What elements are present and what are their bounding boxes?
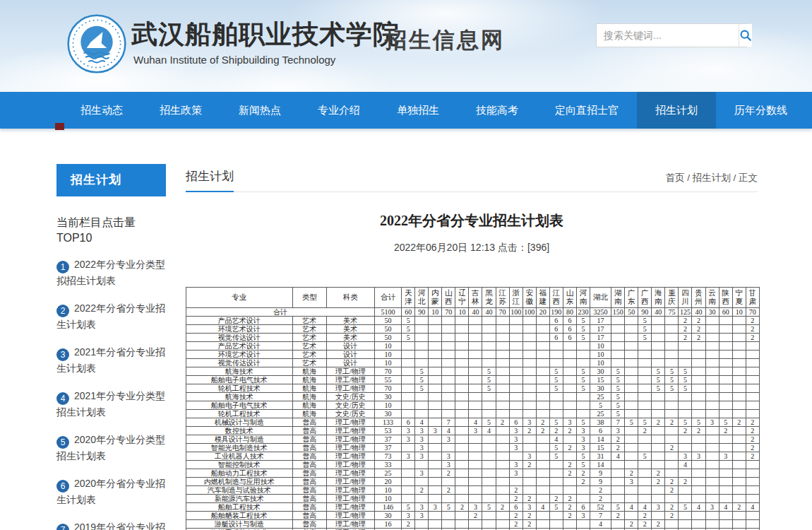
rank-badge: 1 xyxy=(56,261,69,273)
table-row: 环境艺术设计艺术设计1010 xyxy=(186,351,760,359)
sidebar-top10-item[interactable]: 72019年分省分专业招生计划表 xyxy=(56,520,166,530)
table-row: 内燃机制造与应用技术普高理工/物理20293222 xyxy=(186,478,760,486)
table-row: 数控技术普高理工/物理533334343222236322222 xyxy=(186,427,760,435)
rank-badge: 2 xyxy=(56,305,69,317)
sidebar-top10-item[interactable]: 62020年分省分专业招生计划表 xyxy=(56,476,166,508)
table-row: 产品艺术设计艺术设计1010 xyxy=(186,342,760,351)
table-row: 工业机器人技术普高理工/物理7333335531453332 xyxy=(186,452,760,461)
table-total-row: 合计51006090107010404070100100201908023032… xyxy=(186,308,760,317)
sidebar-top10-item[interactable]: 52020年分专业分类型招生计划表 xyxy=(56,432,166,464)
nav-corner-marker xyxy=(55,123,64,130)
table-row: 新能源汽车技术普高理工/物理1022222 xyxy=(186,495,760,503)
table-row: 模具设计与制造普高理工/物理373333431422 xyxy=(186,435,760,444)
top10-heading: 当前栏目点击量 TOP10 xyxy=(56,215,166,245)
sidebar-item-label: 2019年分省分专业招生计划表 xyxy=(56,522,165,530)
top10-list: 12022年分专业分类型拟招生计划表22022年分省分专业招生计划表32021年… xyxy=(56,257,166,530)
sidebar-top10-item[interactable]: 12022年分专业分类型拟招生计划表 xyxy=(56,257,166,289)
school-logo-icon[interactable] xyxy=(67,14,126,73)
nav-item-5[interactable]: 单独招生 xyxy=(378,92,458,129)
rank-badge: 3 xyxy=(56,348,69,361)
search-input[interactable] xyxy=(597,24,739,47)
table-row: 船舶舾装工程技术普高理工/物理3033222237222 xyxy=(186,512,760,520)
sidebar-item-label: 2022年分专业分类型拟招生计划表 xyxy=(56,259,165,286)
school-name-cn: 武汉船舶职业技术学院 xyxy=(131,17,400,52)
table-row: 船舶动力工程技术普高理工/物理2532322922 xyxy=(186,469,760,478)
search-box xyxy=(596,23,747,47)
page: 武汉船舶职业技术学院 Wuhan Institute of Shipbuildi… xyxy=(0,0,812,530)
sidebar-item-label: 2021年分专业分类型招生计划表 xyxy=(56,390,165,418)
rank-badge: 4 xyxy=(56,392,69,405)
table-row: 视觉传达设计艺术美术505665175222 xyxy=(186,334,760,342)
nav-item-7[interactable]: 定向直招士官 xyxy=(537,92,637,129)
table-row: 游艇设计与制造普高理工/物理162224222 xyxy=(186,520,760,529)
sidebar-item-label: 2020年分省分专业招生计划表 xyxy=(56,478,165,505)
nav-item-9[interactable]: 历年分数线 xyxy=(716,92,806,129)
table-row: 汽车制造与试验技术普高理工/物理1022222 xyxy=(186,486,760,495)
sidebar-section-header[interactable]: 招生计划 xyxy=(56,164,166,196)
table-row: 智能控制技术普高理工/物理3333225144 xyxy=(186,461,760,469)
nav-item-2[interactable]: 招生政策 xyxy=(141,92,220,129)
school-name-en: Wuhan Institute of Shipbuilding Technolo… xyxy=(133,54,335,66)
table-row: 机械设计与制造普高理工/物理13364745263253538755225535… xyxy=(186,418,760,427)
nav-item-6[interactable]: 技能高考 xyxy=(458,92,537,129)
table-header-row: 专业类型科类合计天津河北内蒙山西辽宁吉林黑龙江苏浙江安徽福建江西山东河南湖北湖南… xyxy=(186,288,760,308)
content: 招生计划 当前栏目点击量 TOP10 12022年分专业分类型拟招生计划表220… xyxy=(0,129,812,530)
nav-item-4[interactable]: 专业介绍 xyxy=(299,92,378,129)
admission-plan-table: 专业类型科类合计天津河北内蒙山西辽宁吉林黑龙江苏浙江安徽福建江西山东河南湖北湖南… xyxy=(186,287,760,530)
sidebar: 招生计划 当前栏目点击量 TOP10 12022年分专业分类型拟招生计划表220… xyxy=(56,129,166,530)
article-title: 2022年分省分专业招生计划表 xyxy=(186,211,758,230)
table-row: 智能光电制造技术普高理工/物理373352315222 xyxy=(186,444,760,452)
breadcrumb[interactable]: 首页 / 招生计划 / 正文 xyxy=(665,172,758,192)
article-meta: 2022年06月20日 12:13 点击：[396] xyxy=(186,242,758,254)
site-header: 武汉船舶职业技术学院 Wuhan Institute of Shipbuildi… xyxy=(0,0,812,92)
nav-item-8[interactable]: 招生计划 xyxy=(637,92,716,129)
table-row: 船舶电子电气技术航海文史/历史1055 xyxy=(186,401,760,410)
search-button[interactable] xyxy=(739,24,752,47)
rank-badge: 7 xyxy=(56,524,69,530)
page-title: 招生计划 xyxy=(186,168,234,192)
table-row: 航海技术航海文史/历史30255 xyxy=(186,393,760,401)
main-header-row: 招生计划 首页 / 招生计划 / 正文 xyxy=(186,168,758,192)
sidebar-item-label: 2021年分省分专业招生计划表 xyxy=(56,346,165,374)
table-row: 船舶工程技术普高理工/物理146533523526345265254432543… xyxy=(186,503,760,512)
sidebar-item-label: 2022年分省分专业招生计划表 xyxy=(56,302,165,330)
table-row: 船舶电子电气技术航海理工/物理555555155555 xyxy=(186,376,760,384)
table-row: 视觉传达设计艺术设计1010 xyxy=(186,359,760,367)
sidebar-top10-item[interactable]: 22022年分省分专业招生计划表 xyxy=(56,301,166,333)
rank-badge: 6 xyxy=(56,480,69,493)
table-row: 环境艺术设计艺术美术505665175222 xyxy=(186,325,760,334)
search-icon xyxy=(739,29,752,42)
table-row: 轮机工程技术航海文史/历史30255 xyxy=(186,410,760,418)
nav-item-3[interactable]: 新闻热点 xyxy=(220,92,299,129)
nav-item-1[interactable]: 招生动态 xyxy=(62,92,141,129)
table-row: 航海技术航海理工/物理705555305555 xyxy=(186,367,760,376)
nav-menu: 招生动态招生政策新闻热点专业介绍单独招生技能高考定向直招士官招生计划历年分数线 xyxy=(0,92,812,129)
sidebar-top10-item[interactable]: 32021年分省分专业招生计划表 xyxy=(56,345,166,377)
sidebar-top10-item[interactable]: 42021年分专业分类型招生计划表 xyxy=(56,389,166,420)
sidebar-item-label: 2020年分专业分类型招生计划表 xyxy=(56,434,165,461)
table-row: 产品艺术设计艺术美术505665175222 xyxy=(186,317,760,325)
table-row: 轮机工程技术航海理工/物理705555305555 xyxy=(186,384,760,393)
main-column: 招生计划 首页 / 招生计划 / 正文 2022年分省分专业招生计划表 2022… xyxy=(186,129,758,530)
site-title: 招生信息网 xyxy=(385,25,505,55)
rank-badge: 5 xyxy=(56,436,69,449)
